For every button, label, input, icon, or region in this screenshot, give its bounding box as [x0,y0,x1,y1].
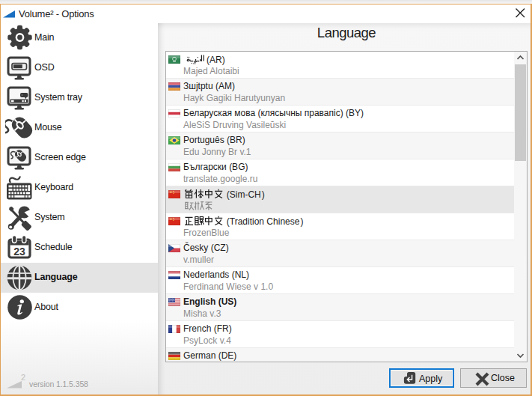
svg-text:23: 23 [13,246,25,258]
